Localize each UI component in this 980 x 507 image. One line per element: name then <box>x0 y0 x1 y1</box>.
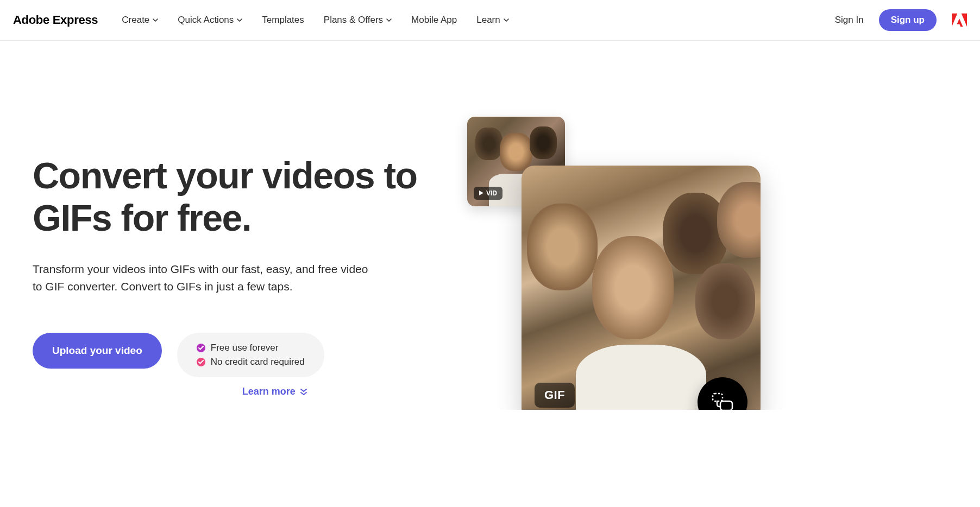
benefits-pill: Free use forever No credit card required <box>177 333 324 377</box>
sign-up-button[interactable]: Sign up <box>879 9 937 31</box>
nav-label: Learn <box>476 15 500 26</box>
nav-learn[interactable]: Learn <box>476 15 508 26</box>
benefit-item: No credit card required <box>197 357 305 367</box>
check-icon <box>197 358 205 366</box>
nav-label: Quick Actions <box>178 15 234 26</box>
double-chevron-down-icon <box>300 388 307 396</box>
nav-create[interactable]: Create <box>122 15 158 26</box>
hero-section: Convert your videos to GIFs for free. Tr… <box>0 41 980 410</box>
chevron-down-icon <box>504 17 509 23</box>
brand-logo[interactable]: Adobe Express <box>13 13 98 27</box>
upload-video-button[interactable]: Upload your video <box>33 333 162 369</box>
nav-mobile-app[interactable]: Mobile App <box>411 15 457 26</box>
play-icon <box>479 189 483 197</box>
nav-quick-actions[interactable]: Quick Actions <box>178 15 242 26</box>
nav-plans-offers[interactable]: Plans & Offers <box>324 15 392 26</box>
gif-badge: GIF <box>535 383 575 408</box>
nav-label: Templates <box>262 15 304 26</box>
header-right: Sign In Sign up <box>835 9 967 31</box>
main-nav: Create Quick Actions Templates Plans & O… <box>122 15 834 26</box>
nav-label: Mobile App <box>411 15 457 26</box>
chevron-down-icon <box>153 17 158 23</box>
hero-content: Convert your videos to GIFs for free. Tr… <box>33 73 424 410</box>
adobe-logo-icon[interactable] <box>952 12 967 28</box>
benefit-item: Free use forever <box>197 343 279 353</box>
nav-templates[interactable]: Templates <box>262 15 304 26</box>
learn-more-label: Learn more <box>242 386 296 397</box>
header: Adobe Express Create Quick Actions Templ… <box>0 0 980 41</box>
nav-label: Plans & Offers <box>324 15 383 26</box>
svg-rect-0 <box>713 394 723 401</box>
benefit-text: No credit card required <box>211 357 305 367</box>
vid-badge: VID <box>474 187 502 200</box>
sign-in-link[interactable]: Sign In <box>835 15 864 26</box>
convert-icon <box>711 391 734 410</box>
svg-rect-1 <box>720 401 732 410</box>
page-title: Convert your videos to GIFs for free. <box>33 155 424 239</box>
cta-row: Upload your video Free use forever No cr… <box>33 333 424 397</box>
chevron-down-icon <box>386 17 392 23</box>
learn-more-link[interactable]: Learn more <box>242 386 324 397</box>
nav-label: Create <box>122 15 149 26</box>
gif-thumbnail-large: GIF <box>522 166 761 410</box>
hero-media: VID GIF <box>456 73 947 410</box>
benefit-text: Free use forever <box>211 343 279 353</box>
check-icon <box>197 344 205 352</box>
benefits-block: Free use forever No credit card required… <box>177 333 324 397</box>
chevron-down-icon <box>237 17 242 23</box>
vid-badge-label: VID <box>486 189 497 197</box>
hero-subtitle: Transform your videos into GIFs with our… <box>33 261 380 295</box>
